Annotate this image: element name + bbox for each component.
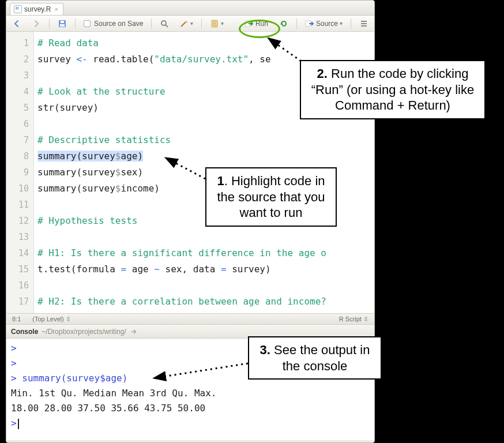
callout-2-text: 2. Run the code by clicking “Run” (or us… (311, 66, 474, 112)
editor-toolbar: Source on Save ▾ ▾ Run Source ▾ (6, 16, 374, 32)
run-label: Run (255, 20, 268, 28)
code-line[interactable]: # Descriptive statistics (37, 132, 374, 148)
checkbox-icon (84, 20, 91, 27)
search-icon (160, 19, 169, 28)
scope-selector[interactable]: (Top Level) (32, 316, 70, 322)
console-prompt: > (11, 418, 17, 429)
callout-3-text: 3. See the output in the console (260, 343, 370, 373)
svg-rect-1 (60, 24, 65, 27)
goto-dir-icon[interactable] (130, 328, 138, 336)
outline-icon (359, 19, 368, 28)
arrow-right-icon (32, 19, 41, 28)
file-tab[interactable]: survey.R × (10, 3, 63, 15)
separator (75, 18, 76, 29)
code-line[interactable] (37, 229, 374, 245)
separator (151, 18, 152, 29)
rerun-button[interactable] (277, 18, 291, 29)
console-prompt: > (11, 343, 17, 354)
svg-line-5 (181, 22, 186, 27)
notebook-button[interactable]: ▾ (208, 18, 226, 29)
console-prompt: > (11, 373, 22, 384)
wand-icon (179, 19, 189, 28)
line-gutter: 1234567891011121314151617 (6, 32, 34, 313)
annotation-callout-1: 1. Highlight code in the source that you… (205, 167, 337, 227)
language-selector[interactable]: R Script (339, 316, 368, 323)
run-icon (245, 19, 254, 28)
source-button[interactable]: Source ▾ (303, 18, 345, 29)
save-icon (58, 19, 67, 28)
separator (351, 18, 351, 29)
cursor (18, 419, 19, 429)
console-call: summary(survey$age) (22, 373, 127, 384)
svg-line-4 (166, 25, 168, 27)
separator (49, 18, 50, 29)
find-button[interactable] (157, 18, 171, 29)
source-on-save-toggle[interactable]: Source on Save (81, 19, 145, 28)
code-line[interactable]: # H2: Is there a correlation between age… (37, 294, 374, 310)
console-output-values: 18.00 28.00 37.50 35.66 43.75 50.00 (11, 401, 370, 416)
outline-button[interactable] (357, 18, 371, 29)
console-path: ~/Dropbox/rprojects/writing/ (42, 328, 126, 336)
rerun-icon (279, 19, 288, 28)
code-line[interactable]: # Read data (37, 35, 374, 51)
tab-filename: survey.R (24, 5, 51, 13)
code-line[interactable]: summary(survey$age) (37, 148, 374, 164)
console-title: Console (11, 328, 38, 336)
callout-1-text: 1. Highlight code in the source that you… (217, 174, 325, 220)
notebook-icon (210, 19, 219, 28)
editor-tabbar: survey.R × (6, 1, 374, 16)
console-output-header: Min. 1st Qu. Median Mean 3rd Qu. Max. (11, 386, 370, 401)
separator (201, 18, 202, 29)
forward-button[interactable] (29, 18, 43, 29)
arrow-left-icon (12, 19, 21, 28)
source-on-save-label: Source on Save (94, 20, 143, 28)
source-label: Source (316, 20, 338, 28)
run-button[interactable]: Run (242, 18, 271, 29)
code-line[interactable] (37, 277, 374, 294)
back-button[interactable] (10, 18, 24, 29)
annotation-callout-3: 3. See the output in the console (248, 336, 382, 380)
code-line[interactable]: t.test(formula = age ~ sex, data = surve… (37, 261, 374, 277)
annotation-callout-2: 2. Run the code by clicking “Run” (or us… (300, 60, 486, 119)
source-icon (305, 19, 314, 28)
code-line[interactable]: # H1: Is there a significant difference … (37, 245, 374, 261)
editor-statusbar: 8:1 (Top Level) R Script (6, 313, 374, 325)
svg-rect-2 (61, 21, 64, 23)
svg-point-3 (161, 21, 166, 25)
console-prompt: > (11, 358, 17, 369)
wand-button[interactable]: ▾ (177, 18, 195, 29)
r-file-icon (14, 5, 22, 13)
close-icon[interactable]: × (54, 6, 58, 13)
cursor-position: 8:1 (12, 316, 21, 322)
save-button[interactable] (55, 18, 69, 29)
separator (296, 18, 297, 29)
